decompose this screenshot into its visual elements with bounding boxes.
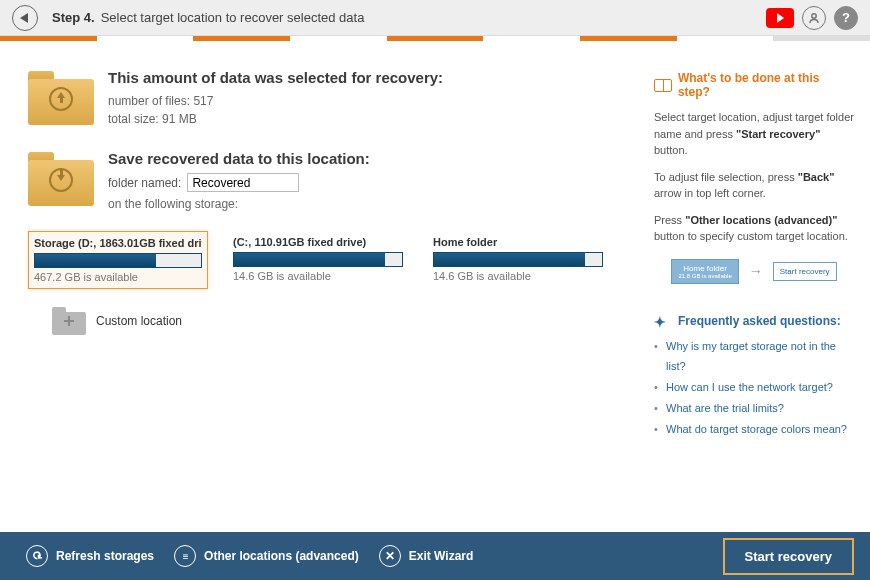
- faq-icon: ✦: [654, 314, 672, 328]
- folder-name-label: folder named:: [108, 176, 181, 190]
- faq-link[interactable]: Why is my target storage not in the list…: [666, 340, 836, 373]
- close-icon: ✕: [379, 545, 401, 567]
- faq-title: Frequently asked questions:: [678, 314, 841, 328]
- storage-bar: [34, 253, 202, 268]
- storage-available: 14.6 GB is available: [433, 270, 603, 282]
- summary-section: This amount of data was selected for rec…: [28, 69, 630, 128]
- folder-name-input[interactable]: [187, 173, 299, 192]
- wizard-header: Step 4. Select target location to recove…: [0, 0, 870, 36]
- custom-location-label: Custom location: [96, 314, 182, 328]
- storage-bar: [433, 252, 603, 267]
- storage-title: Storage (D:, 1863.01GB fixed drive): [34, 237, 202, 249]
- save-section: Save recovered data to this location: fo…: [28, 150, 630, 213]
- storage-available: 14.6 GB is available: [233, 270, 403, 282]
- svg-point-0: [812, 13, 816, 17]
- size-label: total size:: [108, 112, 159, 126]
- user-icon[interactable]: [802, 6, 826, 30]
- back-button[interactable]: [12, 5, 38, 31]
- back-arrow-icon: [20, 13, 28, 23]
- refresh-icon: ⟳: [26, 545, 48, 567]
- storage-option[interactable]: Storage (D:, 1863.01GB fixed drive) 467.…: [28, 231, 208, 289]
- mini-storage-preview: Home folder 21.8 GB is available: [671, 259, 738, 284]
- list-icon: ≡: [174, 545, 196, 567]
- folder-upload-icon: [28, 69, 94, 125]
- save-title: Save recovered data to this location:: [108, 150, 370, 167]
- summary-title: This amount of data was selected for rec…: [108, 69, 443, 86]
- help-icon[interactable]: ?: [834, 6, 858, 30]
- mini-start-preview: Start recovery: [773, 262, 837, 281]
- total-size: 91 MB: [162, 112, 197, 126]
- step-number: Step 4.: [52, 10, 95, 25]
- storage-option[interactable]: (C:, 110.91GB fixed drive) 14.6 GB is av…: [228, 231, 408, 289]
- youtube-icon[interactable]: [766, 8, 794, 28]
- help-panel: What's to be done at this step? Select t…: [646, 41, 870, 532]
- storage-title: Home folder: [433, 236, 603, 248]
- faq-link[interactable]: What are the trial limits?: [666, 402, 784, 414]
- faq-link[interactable]: What do target storage colors mean?: [666, 423, 847, 435]
- storage-title: (C:, 110.91GB fixed drive): [233, 236, 403, 248]
- faq-link[interactable]: How can I use the network target?: [666, 381, 833, 393]
- mini-preview: Home folder 21.8 GB is available → Start…: [654, 259, 854, 284]
- storage-available: 467.2 GB is available: [34, 271, 202, 283]
- folder-download-icon: [28, 150, 94, 206]
- wizard-footer: ⟳ Refresh storages ≡ Other locations (ad…: [0, 532, 870, 580]
- help-title: What's to be done at this step?: [678, 71, 854, 99]
- exit-wizard-button[interactable]: ✕ Exit Wizard: [369, 539, 484, 573]
- start-recovery-button[interactable]: Start recovery: [723, 538, 854, 575]
- files-label: number of files:: [108, 94, 190, 108]
- step-description: Select target location to recover select…: [101, 10, 365, 25]
- other-locations-button[interactable]: ≡ Other locations (advanced): [164, 539, 369, 573]
- files-count: 517: [193, 94, 213, 108]
- faq-list: Why is my target storage not in the list…: [654, 336, 854, 440]
- storage-list: Storage (D:, 1863.01GB fixed drive) 467.…: [28, 231, 630, 289]
- refresh-storages-button[interactable]: ⟳ Refresh storages: [16, 539, 164, 573]
- storage-option[interactable]: Home folder 14.6 GB is available: [428, 231, 608, 289]
- custom-folder-icon: [52, 307, 86, 335]
- arrow-right-icon: →: [749, 263, 763, 279]
- storage-sub-label: on the following storage:: [108, 195, 370, 213]
- book-icon: [654, 79, 672, 92]
- storage-bar: [233, 252, 403, 267]
- custom-location-option[interactable]: Custom location: [52, 307, 630, 335]
